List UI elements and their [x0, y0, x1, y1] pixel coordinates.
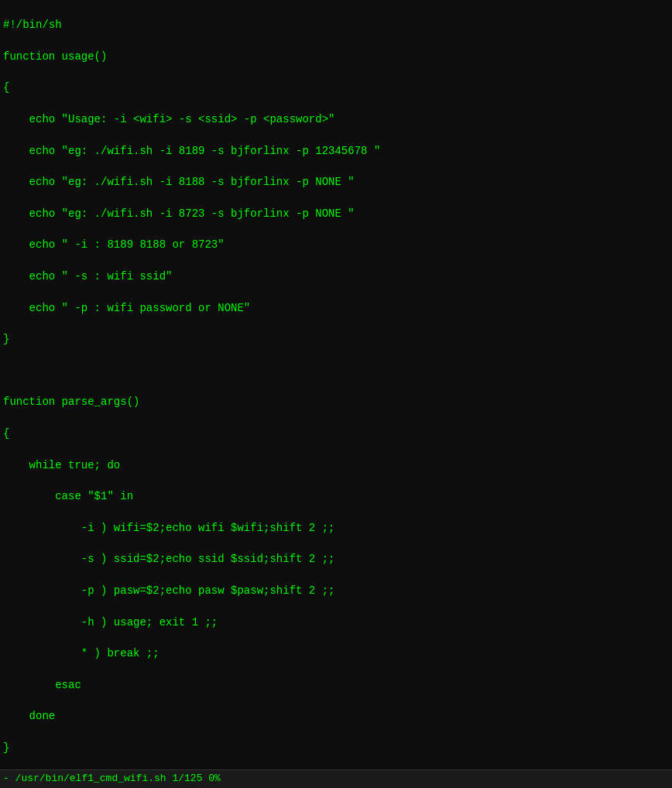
line-8: echo " -i : 8189 8188 or 8723": [3, 238, 225, 251]
line-17: -i ) wifi=$2;echo wifi $wifi;shift 2 ;;: [3, 522, 334, 534]
line-2: function usage(): [3, 50, 107, 63]
status-bar: - /usr/bin/elf1_cmd_wifi.sh 1/125 0%: [0, 769, 672, 788]
line-6: echo "eg: ./wifi.sh -i 8188 -s bjforlinx…: [3, 176, 355, 188]
line-11: }: [3, 333, 9, 345]
code-editor: #!/bin/sh function usage() { echo "Usage…: [0, 0, 672, 788]
line-3: {: [3, 81, 9, 94]
line-24: }: [3, 742, 9, 754]
status-bar-text: - /usr/bin/elf1_cmd_wifi.sh 1/125 0%: [3, 773, 221, 784]
line-20: -h ) usage; exit 1 ;;: [3, 616, 218, 629]
line-13: function parse_args(): [3, 396, 139, 408]
line-18: -s ) ssid=$2;echo ssid $ssid;shift 2 ;;: [3, 553, 334, 565]
line-9: echo " -s : wifi ssid": [3, 270, 172, 283]
line-15: while true; do: [3, 459, 120, 471]
line-4: echo "Usage: -i <wifi> -s <ssid> -p <pas…: [3, 113, 334, 125]
line-22: esac: [3, 679, 81, 691]
line-19: -p ) pasw=$2;echo pasw $pasw;shift 2 ;;: [3, 584, 334, 597]
line-16: case "$1" in: [3, 490, 133, 502]
line-10: echo " -p : wifi password or NONE": [3, 302, 250, 314]
line-21: * ) break ;;: [3, 647, 159, 660]
line-1: #!/bin/sh: [3, 19, 62, 31]
line-7: echo "eg: ./wifi.sh -i 8723 -s bjforlinx…: [3, 207, 355, 220]
line-14: {: [3, 427, 9, 440]
line-23: done: [3, 710, 55, 722]
line-5: echo "eg: ./wifi.sh -i 8189 -s bjforlinx…: [3, 145, 380, 157]
